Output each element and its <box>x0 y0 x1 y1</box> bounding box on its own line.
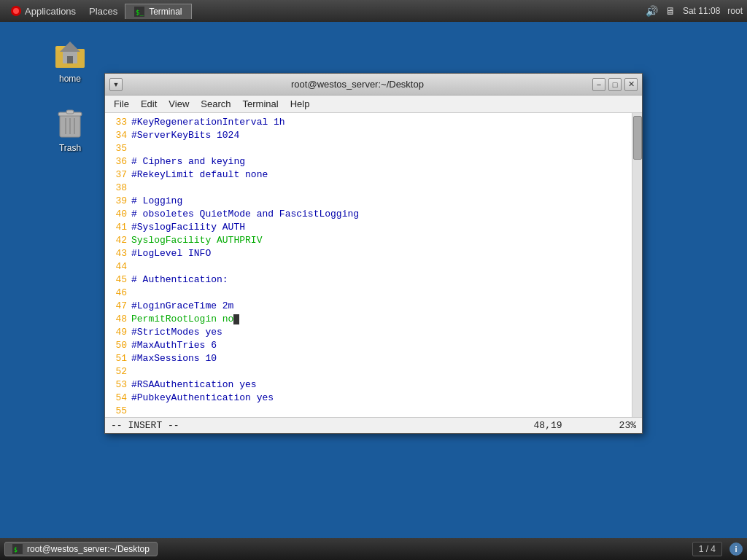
code-line: 48PermitRootLogin no <box>105 313 632 326</box>
terminal-window: ▼ root@westos_server:~/Desktop − □ ✕ Fil… <box>104 73 643 434</box>
home-icon-desktop[interactable]: home <box>41 33 99 87</box>
top-panel-left: Applications Places $_ Terminal <box>4 4 192 19</box>
line-number: 37 <box>105 168 131 182</box>
code-line: 55 <box>105 405 632 417</box>
home-icon-label: home <box>59 74 81 84</box>
line-text: PermitRootLogin no <box>131 313 239 326</box>
home-folder-icon <box>53 36 88 71</box>
line-number: 55 <box>105 405 131 417</box>
svg-text:$_: $_ <box>136 9 144 16</box>
code-line: 52 <box>105 365 632 378</box>
cursor-position: 48,19 23% <box>534 420 636 431</box>
terminal-scrollbar[interactable] <box>632 113 642 417</box>
menu-search[interactable]: Search <box>195 97 236 111</box>
line-text: # Authentication: <box>131 273 228 287</box>
line-number: 33 <box>105 116 131 129</box>
line-text: #KeyRegenerationInterval 1h <box>131 116 285 129</box>
menu-help[interactable]: Help <box>285 97 316 111</box>
line-text: # Ciphers and keying <box>131 155 245 168</box>
terminal-title: root@westos_server:~/Desktop <box>123 79 592 90</box>
menu-view[interactable]: View <box>163 97 195 111</box>
line-text: #LogLevel INFO <box>131 247 211 260</box>
svg-rect-9 <box>67 56 73 63</box>
code-line: 47#LoginGraceTime 2m <box>105 300 632 313</box>
line-text: #SyslogFacility AUTH <box>131 221 245 234</box>
menu-file[interactable]: File <box>108 97 135 111</box>
menu-edit[interactable]: Edit <box>135 97 163 111</box>
line-number: 35 <box>105 142 131 155</box>
code-line: 35 <box>105 142 632 155</box>
minimize-button[interactable]: − <box>592 78 605 91</box>
line-number: 39 <box>105 195 131 208</box>
code-line: 38 <box>105 182 632 195</box>
code-line: 51#MaxSessions 10 <box>105 352 632 365</box>
line-text: #RSAAuthentication yes <box>131 378 257 392</box>
top-panel: Applications Places $_ Terminal 🔊 🖥 Sat … <box>0 0 747 22</box>
menu-terminal[interactable]: Terminal <box>237 97 285 111</box>
line-number: 51 <box>105 352 131 365</box>
taskbar-terminal-item[interactable]: $ root@westos_server:~/Desktop <box>4 542 158 556</box>
places-menu[interactable]: Places <box>83 4 123 18</box>
window-controls-right: − □ ✕ <box>592 78 638 91</box>
close-button[interactable]: ✕ <box>624 78 638 91</box>
line-number: 42 <box>105 234 131 247</box>
page-indicator: 1 / 4 <box>692 542 722 556</box>
terminal-titlebar: ▼ root@westos_server:~/Desktop − □ ✕ <box>105 74 642 96</box>
terminal-tab[interactable]: $_ Terminal <box>125 4 191 19</box>
line-text: # obsoletes QuietMode and FascistLogging <box>131 208 359 221</box>
line-number: 49 <box>105 326 131 339</box>
terminal-content[interactable]: 33#KeyRegenerationInterval 1h34#ServerKe… <box>105 113 632 417</box>
svg-rect-15 <box>66 110 74 114</box>
code-line: 42SyslogFacility AUTHPRIV <box>105 234 632 247</box>
taskbar-left: $ root@westos_server:~/Desktop <box>4 542 158 556</box>
info-button[interactable]: i <box>729 542 743 556</box>
line-number: 34 <box>105 129 131 142</box>
maximize-button[interactable]: □ <box>608 78 622 91</box>
trash-icon <box>53 105 88 140</box>
taskbar-right: 1 / 4 i <box>692 542 743 556</box>
user-label: root <box>727 6 743 16</box>
insert-mode-label: -- INSERT -- <box>111 420 179 431</box>
line-text: #RekeyLimit default none <box>131 168 268 182</box>
trash-icon-desktop[interactable]: Trash <box>41 102 99 156</box>
line-number: 38 <box>105 182 131 195</box>
code-line: 39# Logging <box>105 195 632 208</box>
svg-text:$: $ <box>14 547 18 553</box>
sound-icon[interactable]: 🔊 <box>646 5 658 17</box>
applications-menu[interactable]: Applications <box>4 4 82 18</box>
trash-icon-label: Trash <box>59 143 81 153</box>
code-line: 41#SyslogFacility AUTH <box>105 221 632 234</box>
window-controls-left: ▼ <box>109 78 123 91</box>
terminal-menubar: File Edit View Search Terminal Help <box>105 96 642 113</box>
terminal-icon: $_ <box>134 7 144 17</box>
line-number: 52 <box>105 365 131 378</box>
line-number: 36 <box>105 155 131 168</box>
code-line: 40# obsoletes QuietMode and FascistLoggi… <box>105 208 632 221</box>
code-line: 46 <box>105 287 632 300</box>
code-line: 43#LogLevel INFO <box>105 247 632 260</box>
scrollbar-thumb[interactable] <box>633 116 642 160</box>
line-number: 46 <box>105 287 131 300</box>
line-text: #LoginGraceTime 2m <box>131 300 233 313</box>
top-panel-right: 🔊 🖥 Sat 11:08 root <box>646 5 743 17</box>
code-line: 54#PubkeyAuthentication yes <box>105 392 632 405</box>
line-number: 44 <box>105 260 131 273</box>
line-number: 47 <box>105 300 131 313</box>
line-text: #MaxSessions 10 <box>131 352 217 365</box>
window-menu-button[interactable]: ▼ <box>109 78 123 91</box>
code-line: 37#RekeyLimit default none <box>105 168 632 182</box>
terminal-statusbar: -- INSERT -- 48,19 23% <box>105 417 642 433</box>
code-line: 34#ServerKeyBits 1024 <box>105 129 632 142</box>
bottom-taskbar: $ root@westos_server:~/Desktop 1 / 4 i <box>0 538 747 560</box>
line-number: 41 <box>105 221 131 234</box>
line-number: 43 <box>105 247 131 260</box>
svg-point-1 <box>13 8 19 14</box>
line-text: #PubkeyAuthentication yes <box>131 392 274 405</box>
line-number: 40 <box>105 208 131 221</box>
line-text: SyslogFacility AUTHPRIV <box>131 234 262 247</box>
line-number: 50 <box>105 339 131 352</box>
line-text: #MaxAuthTries 6 <box>131 339 217 352</box>
terminal-body: 33#KeyRegenerationInterval 1h34#ServerKe… <box>105 113 642 417</box>
code-line: 53#RSAAuthentication yes <box>105 378 632 392</box>
line-number: 54 <box>105 392 131 405</box>
